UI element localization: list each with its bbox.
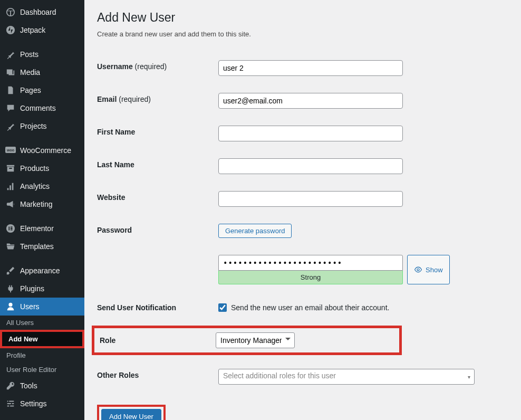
sidebar-item-marketing[interactable]: Marketing — [0, 195, 84, 213]
archive-icon — [5, 163, 16, 174]
folder-icon — [5, 241, 16, 252]
pin-icon — [5, 121, 16, 131]
sidebar-label: Projects — [20, 122, 47, 130]
firstname-input[interactable] — [218, 126, 403, 141]
sidebar-label: Elementor — [20, 224, 54, 233]
svg-text:woo: woo — [6, 148, 14, 152]
sidebar-item-woocommerce[interactable]: woo WooCommerce — [0, 141, 84, 159]
sidebar-item-templates[interactable]: Templates — [0, 237, 84, 255]
media-icon — [5, 67, 16, 78]
username-label: Username (required) — [97, 52, 213, 84]
brush-icon — [5, 265, 16, 276]
sidebar-item-analytics[interactable]: Analytics — [0, 177, 84, 195]
sidebar-label: WooCommerce — [20, 146, 71, 155]
email-input[interactable] — [218, 93, 403, 109]
svg-point-4 — [417, 269, 419, 271]
sidebar-item-projects[interactable]: Projects — [0, 117, 84, 135]
role-select[interactable]: Inventory Manager — [216, 332, 295, 348]
password-label: Password — [97, 215, 213, 246]
wrench-icon — [5, 380, 16, 391]
password-strength-indicator: Strong — [218, 271, 403, 284]
woocommerce-icon: woo — [5, 145, 16, 156]
sidebar-label: Dashboard — [20, 8, 56, 16]
sidebar-item-comments[interactable]: Comments — [0, 99, 84, 117]
sidebar-label: Pages — [20, 86, 41, 94]
pages-icon — [5, 85, 16, 96]
sidebar-label: Users — [20, 302, 40, 311]
add-new-user-button[interactable]: Add New User — [101, 409, 161, 420]
send-notification-text: Send the new user an email about their a… — [231, 303, 389, 312]
sidebar-label: Comments — [20, 104, 56, 112]
username-input[interactable] — [218, 60, 403, 76]
analytics-icon — [5, 181, 16, 192]
sliders-icon — [5, 398, 16, 409]
pin-icon — [5, 49, 16, 60]
sidebar-subitem-add-new[interactable]: Add New — [0, 330, 84, 348]
sidebar-subitem-all-users[interactable]: All Users — [0, 316, 84, 330]
sidebar-item-plugins[interactable]: Plugins — [0, 280, 84, 298]
elementor-icon — [5, 223, 16, 234]
sidebar-label: Plugins — [20, 284, 44, 293]
megaphone-icon — [5, 199, 16, 209]
submit-highlight: Add New User — [97, 405, 166, 420]
sidebar-label: Settings — [20, 399, 47, 408]
email-label: Email (required) — [97, 84, 213, 117]
sidebar-label: Tools — [20, 381, 37, 390]
admin-sidebar: Dashboard Jetpack Posts Media Pages Comm… — [0, 0, 84, 420]
sidebar-item-posts[interactable]: Posts — [0, 45, 84, 63]
sidebar-item-media[interactable]: Media — [0, 63, 84, 81]
comments-icon — [5, 103, 16, 113]
sidebar-item-elementor[interactable]: Elementor — [0, 219, 84, 237]
website-input[interactable] — [218, 191, 403, 207]
sidebar-item-users[interactable]: Users — [0, 298, 84, 316]
lastname-label: Last Name — [97, 150, 213, 183]
sidebar-subitem-profile[interactable]: Profile — [0, 348, 84, 362]
sidebar-item-jetpack[interactable]: Jetpack — [0, 21, 84, 39]
eye-icon — [414, 265, 422, 274]
sidebar-label: Analytics — [20, 182, 50, 190]
plug-icon — [5, 283, 16, 294]
firstname-label: First Name — [97, 117, 213, 150]
other-roles-select[interactable]: Select additional roles for this user — [218, 369, 475, 385]
svg-point-0 — [6, 26, 15, 34]
sidebar-label: Marketing — [20, 200, 52, 208]
sidebar-label: Posts — [20, 50, 38, 59]
jetpack-icon — [5, 25, 16, 35]
sidebar-subitem-user-role-editor[interactable]: User Role Editor — [0, 362, 84, 377]
website-label: Website — [97, 183, 213, 215]
sidebar-item-products[interactable]: Products — [0, 159, 84, 177]
sidebar-item-settings[interactable]: Settings — [0, 395, 84, 413]
other-roles-label: Other Roles — [97, 360, 213, 393]
send-notification-checkbox[interactable] — [218, 303, 227, 312]
sidebar-item-pages[interactable]: Pages — [0, 81, 84, 99]
sidebar-label: Products — [20, 164, 49, 173]
password-input[interactable] — [218, 255, 403, 271]
sidebar-label: Jetpack — [20, 26, 45, 34]
send-notification-label: Send User Notification — [97, 293, 213, 322]
user-icon — [5, 301, 16, 312]
add-user-form: Username (required) Email (required) Fir… — [97, 52, 510, 393]
sidebar-item-dashboard[interactable]: Dashboard — [0, 3, 84, 21]
sidebar-item-tools[interactable]: Tools — [0, 377, 84, 395]
dashboard-icon — [5, 7, 16, 17]
sidebar-label: Media — [20, 68, 40, 77]
role-label: Role — [94, 332, 210, 348]
lastname-input[interactable] — [218, 158, 403, 174]
sidebar-label: Appearance — [20, 266, 60, 275]
show-password-button[interactable]: Show — [407, 255, 450, 284]
sidebar-item-appearance[interactable]: Appearance — [0, 262, 84, 280]
page-title: Add New User — [97, 11, 510, 25]
sidebar-label: Templates — [20, 242, 54, 251]
page-subtitle: Create a brand new user and add them to … — [97, 30, 510, 38]
role-highlight: Role Inventory Manager — [92, 326, 402, 355]
generate-password-button[interactable]: Generate password — [218, 224, 292, 238]
main-content: Add New User Create a brand new user and… — [84, 0, 521, 420]
